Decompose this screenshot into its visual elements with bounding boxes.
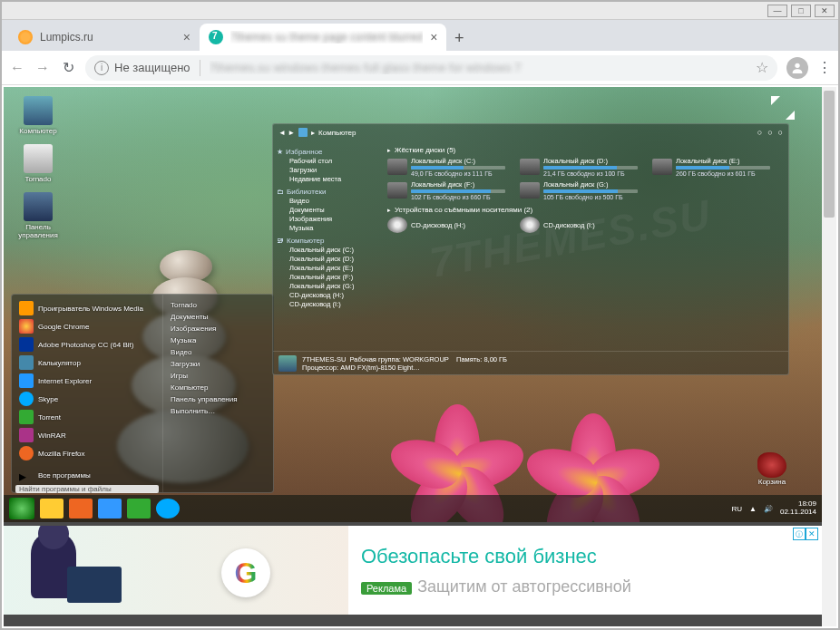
breadcrumb[interactable]: ◄ ► ▸ Компьютер: [278, 128, 356, 137]
nav-group-computer[interactable]: 🖳 Компьютер: [277, 237, 378, 245]
tray-volume-icon[interactable]: 🔊: [764, 505, 773, 513]
theme-screenshot: 7THEMES.SU Компьютер Tornado Панель упра…: [4, 87, 822, 522]
nav-item[interactable]: Рабочий стол: [277, 157, 378, 165]
start-item[interactable]: Torrent: [15, 409, 159, 425]
start-place[interactable]: Tornado: [167, 300, 269, 310]
vertical-scrollbar[interactable]: [822, 87, 836, 626]
start-button[interactable]: [9, 498, 34, 519]
nav-item[interactable]: Загрузки: [277, 166, 378, 174]
start-item[interactable]: Adobe Photoshop CC (64 Bit): [15, 336, 159, 353]
browser-menu-button[interactable]: ⋮: [817, 59, 831, 76]
start-place[interactable]: Музыка: [167, 335, 269, 345]
nav-item[interactable]: Видео: [277, 197, 378, 205]
nav-group-libraries[interactable]: 🗀 Библиотеки: [277, 188, 378, 196]
explorer-close-icon[interactable]: ○: [778, 128, 783, 137]
taskbar-clock[interactable]: 18:0902.11.2014: [780, 500, 816, 517]
start-item[interactable]: Skype: [15, 391, 159, 407]
nav-item[interactable]: Документы: [277, 206, 378, 214]
start-item[interactable]: Google Chrome: [15, 318, 159, 334]
nav-item[interactable]: Локальный диск (C:): [277, 246, 378, 254]
tab-title: 7themes su theme page content blurred: [230, 31, 423, 44]
start-item[interactable]: Проигрыватель Windows Media: [15, 300, 159, 316]
back-button[interactable]: ←: [9, 60, 25, 76]
start-item[interactable]: WinRAR: [15, 427, 159, 443]
nav-item[interactable]: Локальный диск (F:): [277, 273, 378, 281]
taskbar-item[interactable]: [127, 499, 151, 519]
explorer-window[interactable]: ◄ ► ▸ Компьютер ○ ○ ○ ★ Избранное Рабочи…: [272, 123, 789, 375]
tab-title: Lumpics.ru: [40, 31, 93, 44]
forward-button[interactable]: →: [34, 60, 51, 76]
start-place[interactable]: Компьютер: [167, 383, 269, 393]
nav-item[interactable]: Изображения: [277, 215, 378, 223]
nav-item[interactable]: Музыка: [277, 224, 378, 232]
drive-item[interactable]: Локальный диск (C:) 49,0 ГБ свободно из …: [387, 157, 505, 177]
start-place[interactable]: Изображения: [167, 324, 269, 334]
new-tab-button[interactable]: +: [446, 25, 472, 51]
taskbar-item[interactable]: [98, 499, 122, 519]
desktop-icon-computer[interactable]: Компьютер: [13, 96, 63, 135]
window-maximize-button[interactable]: □: [791, 5, 811, 17]
start-all-programs[interactable]: ▸Все программы: [15, 467, 159, 483]
site-info-icon[interactable]: i: [94, 61, 109, 75]
start-search-input[interactable]: Найти программы и файлы: [15, 485, 159, 493]
nav-item[interactable]: Локальный диск (G:): [277, 282, 378, 290]
section-header-removable[interactable]: Устройства со съёмными носителями (2): [387, 206, 783, 214]
hdd-icon: [387, 159, 407, 175]
explorer-max-icon[interactable]: ○: [767, 128, 772, 137]
drive-name: Локальный диск (F:): [411, 180, 505, 189]
drive-item[interactable]: Локальный диск (E:) 260 ГБ свободно из 6…: [652, 157, 770, 177]
browser-tab-active[interactable]: 7themes su theme page content blurred ×: [200, 24, 446, 51]
start-item[interactable]: Internet Explorer: [15, 373, 159, 389]
start-place[interactable]: Загрузки: [167, 359, 269, 369]
ad-close-icon[interactable]: ✕: [806, 528, 818, 540]
profile-avatar[interactable]: [786, 57, 808, 79]
nav-item[interactable]: Локальный диск (E:): [277, 264, 378, 272]
nav-item[interactable]: Недавние места: [277, 175, 378, 183]
start-item[interactable]: Калькулятор: [15, 354, 159, 371]
ad-banner[interactable]: G Обезопасьте свой бизнес РекламаЗащитим…: [4, 524, 822, 615]
nav-item[interactable]: CD-дисковод (H:): [277, 291, 378, 299]
tab-close-icon[interactable]: ×: [183, 30, 190, 44]
language-indicator[interactable]: RU: [731, 505, 742, 513]
start-place[interactable]: Панель управления: [167, 394, 269, 404]
tab-close-icon[interactable]: ×: [430, 30, 437, 44]
desktop-icon-tornado[interactable]: Tornado: [13, 144, 63, 183]
window-close-button[interactable]: ✕: [815, 5, 835, 17]
desktop-icon-control-panel[interactable]: Панель управления: [13, 192, 63, 239]
explorer-titlebar[interactable]: ◄ ► ▸ Компьютер ○ ○ ○: [273, 124, 788, 141]
start-place[interactable]: Документы: [167, 312, 269, 322]
drive-item[interactable]: Локальный диск (G:) 105 ГБ свободно из 5…: [520, 180, 638, 200]
drive-item[interactable]: CD-дисковод (I:): [520, 217, 638, 233]
taskbar-item[interactable]: [69, 499, 93, 519]
drive-item[interactable]: Локальный диск (F:) 102 ГБ свободно из 6…: [387, 180, 505, 200]
tray-flag-icon[interactable]: ▲: [749, 505, 757, 513]
system-tray[interactable]: RU ▲ 🔊 18:0902.11.2014: [731, 500, 816, 517]
control-panel-icon: [24, 192, 53, 221]
drive-free: 260 ГБ свободно из 601 ГБ: [676, 170, 770, 177]
start-item[interactable]: Mozilla Firefox: [15, 445, 159, 461]
section-header-hdd[interactable]: Жёсткие диски (5): [387, 146, 783, 154]
drive-item[interactable]: Локальный диск (D:) 21,4 ГБ свободно из …: [520, 157, 638, 177]
address-bar[interactable]: i Не защищено 7themes.su windows themes …: [85, 55, 777, 81]
taskbar-item[interactable]: [40, 499, 63, 519]
explorer-min-icon[interactable]: ○: [757, 128, 762, 137]
start-place[interactable]: Видео: [167, 347, 269, 357]
bookmark-star-icon[interactable]: ☆: [756, 59, 768, 76]
adchoices-icon[interactable]: ⓘ: [793, 528, 806, 540]
desktop-icon-recycle[interactable]: Корзина: [749, 452, 795, 486]
reload-button[interactable]: ↻: [60, 59, 76, 76]
fullscreen-icon[interactable]: [771, 96, 795, 120]
start-menu-programs: Проигрыватель Windows Media Google Chrom…: [12, 295, 162, 492]
window-minimize-button[interactable]: —: [767, 5, 787, 17]
start-place[interactable]: Выполнить…: [167, 406, 269, 416]
nav-group-favorites[interactable]: ★ Избранное: [277, 148, 378, 156]
browser-tab-lumpics[interactable]: Lumpics.ru ×: [9, 24, 200, 51]
nav-item[interactable]: CD-дисковод (I:): [277, 300, 378, 308]
nav-item[interactable]: Локальный диск (D:): [277, 255, 378, 263]
start-place[interactable]: Игры: [167, 371, 269, 381]
cd-icon: [387, 217, 407, 233]
scrollbar-thumb[interactable]: [824, 91, 835, 218]
taskbar-item[interactable]: [156, 499, 180, 519]
drive-item[interactable]: CD-дисковод (H:): [387, 217, 505, 233]
url-text: 7themes.su windows themes full glass the…: [210, 61, 750, 74]
